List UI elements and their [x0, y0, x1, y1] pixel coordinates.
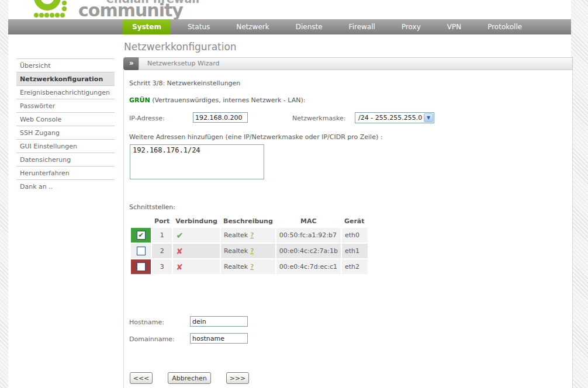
- sidebar-item-netzwerkkonfiguration[interactable]: Netzwerkkonfiguration: [16, 72, 115, 85]
- port-number: 3: [152, 259, 172, 274]
- back-button[interactable]: <<<: [130, 372, 153, 384]
- additional-addresses-label: Weitere Adressen hinzufügen (eine IP/Net…: [129, 133, 382, 141]
- ip-address-input[interactable]: [193, 112, 248, 123]
- ip-address-label: IP-Adresse:: [129, 115, 165, 122]
- hostname-label: Hostname:: [129, 318, 164, 326]
- wizard-panel-body: Schritt 3/8: Netzwerkeinstellungen GRÜN …: [123, 70, 573, 388]
- help-link[interactable]: ?: [250, 263, 254, 271]
- table-row: ✔ 1 ✔ Realtek? 00:50:fc:a1:92:b7 eth0: [131, 228, 368, 243]
- nav-tab-proxy[interactable]: Proxy: [392, 19, 430, 34]
- zone-description: (Vertrauenswürdiges, internes Netzwerk -…: [150, 96, 306, 104]
- right-stripe-decoration: [571, 0, 588, 388]
- nav-tab-status[interactable]: Status: [178, 19, 219, 34]
- port1-checkbox-cell: ✔: [131, 228, 151, 243]
- nav-tab-system[interactable]: System: [123, 19, 171, 34]
- device-name: eth2: [342, 259, 368, 274]
- sidebar-item-herunterfahren[interactable]: Herunterfahren: [16, 166, 115, 179]
- sidebar-item-dank-an[interactable]: Dank an ..: [16, 179, 115, 193]
- nic-description: Realtek: [224, 247, 248, 255]
- table-row: ✔ 3 ✘ Realtek? 00:e0:4c:7d:ec:c1 eth2: [131, 259, 368, 274]
- table-row: ✔ 2 ✘ Realtek? 00:e0:4c:c2:7a:1b eth1: [131, 244, 368, 258]
- sidebar-item-ssh-zugang[interactable]: SSH Zugang: [16, 126, 115, 139]
- col-header-mac: MAC: [276, 216, 341, 227]
- port-number: 1: [152, 228, 172, 243]
- additional-addresses-textarea[interactable]: 192.168.176.1/24: [130, 144, 264, 179]
- col-header-geraet: Gerät: [342, 216, 368, 227]
- netmask-selected-value: /24 - 255.255.255.0: [358, 114, 422, 122]
- help-link[interactable]: ?: [250, 231, 254, 239]
- help-link[interactable]: ?: [250, 247, 254, 255]
- wizard-panel-header: » Netzwerksetup Wizard: [123, 57, 573, 70]
- port3-checkbox[interactable]: ✔: [137, 262, 146, 271]
- page-title: Netzwerkkonfiguration: [124, 41, 237, 53]
- sidebar-menu: Übersicht Netzwerkkonfiguration Ereignis…: [16, 58, 115, 193]
- nav-tab-vpn[interactable]: VPN: [438, 19, 471, 34]
- nav-tab-firewall[interactable]: Firewall: [340, 19, 385, 34]
- chevrons-icon[interactable]: »: [123, 57, 140, 70]
- header: endian firewall community: [8, 0, 571, 19]
- col-header-beschreibung: Beschreibung: [221, 216, 275, 227]
- table-header-row: Port Verbindung Beschreibung MAC Gerät: [131, 216, 368, 227]
- mac-address: 00:e0:4c:7d:ec:c1: [276, 259, 341, 274]
- col-header-verbindung: Verbindung: [173, 216, 220, 227]
- cancel-button[interactable]: Abbrechen: [168, 372, 211, 384]
- disconnected-icon: ✘: [176, 247, 183, 256]
- nav-tab-dienste[interactable]: Dienste: [286, 19, 332, 34]
- interfaces-label: Schnittstellen:: [129, 203, 175, 211]
- port-number: 2: [152, 244, 172, 258]
- zone-label: GRÜN (Vertrauenswürdiges, internes Netzw…: [129, 96, 305, 104]
- nav-tab-protokolle[interactable]: Protokolle: [478, 19, 531, 34]
- left-stripe-decoration: [0, 0, 8, 388]
- nic-description: Realtek: [224, 231, 248, 239]
- port2-checkbox-cell: ✔: [131, 244, 151, 258]
- checkmark-icon: ✔: [137, 231, 145, 239]
- connected-icon: ✔: [176, 230, 184, 241]
- domainname-label: Domainname:: [129, 335, 175, 343]
- logo-title: community: [78, 0, 183, 19]
- main-navigation: System Status Netzwerk Dienste Firewall …: [8, 19, 571, 34]
- disconnected-icon: ✘: [176, 262, 183, 272]
- wizard-step-label: Schritt 3/8: Netzwerkeinstellungen: [129, 79, 240, 87]
- port3-checkbox-cell: ✔: [131, 259, 151, 274]
- netmask-select[interactable]: /24 - 255.255.255.0 ▼: [355, 112, 434, 123]
- hostname-input[interactable]: [190, 316, 248, 327]
- sidebar-item-passwoerter[interactable]: Passwörter: [16, 99, 115, 112]
- sidebar-item-ereignisbenachrichtigungen[interactable]: Ereignisbenachrichtigungen: [16, 85, 115, 99]
- sidebar-item-web-console[interactable]: Web Console: [16, 112, 115, 126]
- nav-tab-netzwerk[interactable]: Netzwerk: [227, 19, 278, 34]
- port2-checkbox[interactable]: ✔: [137, 247, 146, 255]
- zone-name: GRÜN: [129, 96, 150, 104]
- device-name: eth1: [342, 244, 368, 258]
- sidebar-item-gui-einstellungen[interactable]: GUI Einstellungen: [16, 139, 115, 153]
- mac-address: 00:e0:4c:c2:7a:1b: [276, 244, 341, 258]
- port1-checkbox[interactable]: ✔: [137, 231, 146, 240]
- sidebar-item-uebersicht[interactable]: Übersicht: [16, 58, 115, 72]
- mac-address: 00:50:fc:a1:92:b7: [276, 228, 341, 243]
- netmask-label: Netzwerkmaske:: [292, 115, 345, 122]
- domainname-input[interactable]: [190, 333, 248, 344]
- interfaces-table: Port Verbindung Beschreibung MAC Gerät ✔…: [130, 214, 369, 275]
- chevron-down-icon[interactable]: ▼: [424, 113, 433, 122]
- device-name: eth0: [342, 228, 368, 243]
- next-button[interactable]: >>>: [226, 372, 249, 384]
- col-header-port: Port: [152, 216, 172, 227]
- nic-description: Realtek: [224, 263, 248, 271]
- wizard-panel-title: Netzwerksetup Wizard: [139, 57, 573, 70]
- sidebar-item-datensicherung[interactable]: Datensicherung: [16, 153, 115, 166]
